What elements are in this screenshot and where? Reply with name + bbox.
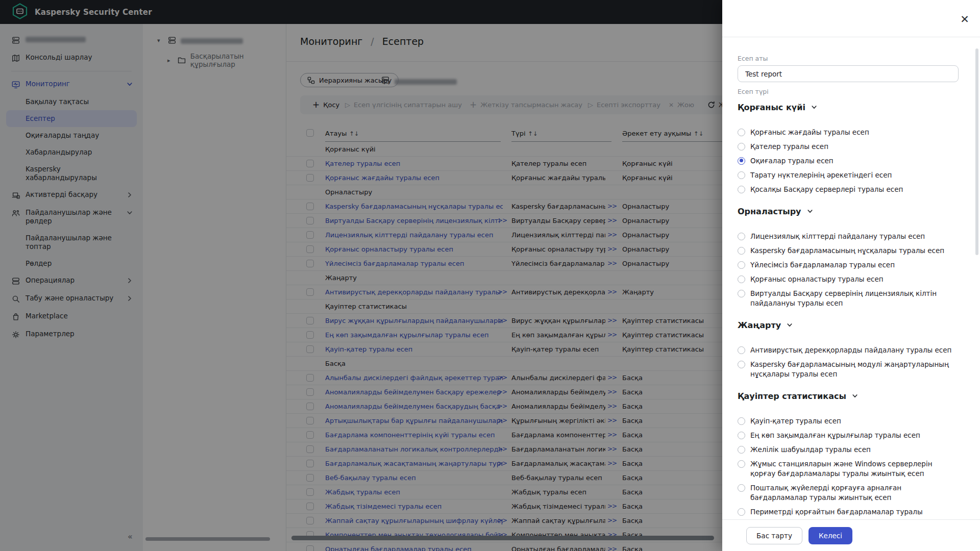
new-report-drawer: ✕ Есеп аты Есеп түрі Қорғаныс күйіҚорған… — [722, 0, 980, 551]
close-icon[interactable]: ✕ — [959, 13, 971, 26]
report-type-options: Қорғаныс жағдайы туралы есепҚателер тура… — [738, 125, 959, 196]
report-name-input[interactable] — [738, 65, 959, 82]
section-title: Қорғаныс күйі — [738, 103, 805, 112]
report-type-section-header[interactable]: Қауіптер статистикасы — [738, 390, 959, 402]
report-type-option[interactable]: Периметрді қорғайтын бағдарламалар турал… — [738, 505, 959, 519]
chevron-down-icon — [852, 393, 858, 399]
report-type-option[interactable]: Виртуалды Басқару серверінің лицензиялық… — [738, 286, 959, 310]
kaspersky-security-center-app: Kaspersky Security Center Консольді шарл… — [0, 0, 980, 551]
report-type-options: Антивирустық дерекқорларды пайдалану тур… — [738, 343, 959, 381]
option-label: Лицензиялық кілттерді пайдалану туралы е… — [750, 232, 925, 241]
option-label: Виртуалды Басқару серверінің лицензиялық… — [750, 289, 959, 308]
report-type-section-header[interactable]: Орналастыру — [738, 206, 959, 217]
section-title: Орналастыру — [738, 207, 801, 216]
radio-unselected[interactable] — [738, 361, 745, 368]
report-name-label: Есеп аты — [738, 55, 959, 62]
report-type-option[interactable]: Қосалқы Басқару серверлері туралы есеп — [738, 182, 959, 196]
report-type-option[interactable]: Қорғаныс орналастыру туралы есеп — [738, 272, 959, 286]
report-type-option[interactable]: Лицензиялық кілттерді пайдалану туралы е… — [738, 229, 959, 243]
option-label: Оқиғалар туралы есеп — [750, 156, 834, 166]
option-label: Қорғаныс орналастыру туралы есеп — [750, 274, 884, 284]
modal-dim-overlay — [0, 0, 722, 551]
radio-unselected[interactable] — [738, 417, 745, 425]
option-label: Kaspersky бағдарламасының нұсқалары тура… — [750, 246, 944, 256]
option-label: Пошталық жүйелерді қорғауға арналған бағ… — [750, 483, 959, 503]
radio-unselected[interactable] — [738, 261, 745, 269]
drawer-vertical-scrollbar[interactable] — [975, 48, 978, 255]
report-type-option[interactable]: Пошталық жүйелерді қорғауға арналған бағ… — [738, 481, 959, 505]
chevron-down-icon — [787, 322, 793, 328]
report-type-option[interactable]: Жұмыс станцияларын және Windows серверле… — [738, 457, 959, 481]
report-type-option[interactable]: Антивирустық дерекқорларды пайдалану тур… — [738, 343, 959, 357]
radio-unselected[interactable] — [738, 460, 745, 468]
radio-selected[interactable] — [738, 157, 745, 165]
radio-unselected[interactable] — [738, 143, 745, 151]
option-label: Антивирустық дерекқорларды пайдалану тур… — [750, 345, 951, 355]
option-label: Тарату нүктелерінің әрекетіндегі есеп — [750, 170, 892, 180]
report-type-option[interactable]: Үйлесімсіз бағдарламалар туралы есеп — [738, 258, 959, 272]
cancel-button[interactable]: Бас тарту — [746, 527, 802, 544]
radio-unselected[interactable] — [738, 432, 745, 439]
radio-unselected[interactable] — [738, 346, 745, 354]
option-label: Желілік шабуылдар туралы есеп — [750, 445, 871, 455]
report-type-option[interactable]: Kaspersky бағдарламасының модулі жаңарту… — [738, 357, 959, 381]
report-type-option[interactable]: Қорғаныс жағдайы туралы есеп — [738, 125, 959, 139]
report-type-section-header[interactable]: Қорғаныс күйі — [738, 102, 959, 113]
radio-unselected[interactable] — [738, 290, 745, 297]
section-title: Жаңарту — [738, 320, 781, 330]
option-label: Периметрді қорғайтын бағдарламалар турал… — [750, 507, 959, 520]
radio-unselected[interactable] — [738, 276, 745, 283]
report-type-option[interactable]: Қателер туралы есеп — [738, 139, 959, 154]
report-type-option[interactable]: Kaspersky бағдарламасының нұсқалары тура… — [738, 243, 959, 258]
drawer-footer: Бас тарту Келесі — [722, 519, 980, 551]
option-label: Қорғаныс жағдайы туралы есеп — [750, 128, 869, 137]
option-label: Қателер туралы есеп — [750, 142, 828, 152]
option-label: Жұмыс станцияларын және Windows серверле… — [750, 459, 959, 479]
report-type-options: Лицензиялық кілттерді пайдалану туралы е… — [738, 229, 959, 310]
option-label: Қауіп-қатер туралы есеп — [750, 416, 841, 426]
radio-unselected[interactable] — [738, 484, 745, 492]
radio-unselected[interactable] — [738, 508, 745, 516]
report-type-option[interactable]: Оқиғалар туралы есеп — [738, 154, 959, 168]
next-button[interactable]: Келесі — [808, 527, 852, 544]
report-type-option[interactable]: Қауіп-қатер туралы есеп — [738, 414, 959, 428]
radio-unselected[interactable] — [738, 233, 745, 240]
chevron-down-icon — [811, 104, 817, 110]
report-type-option[interactable]: Тарату нүктелерінің әрекетіндегі есеп — [738, 168, 959, 182]
report-type-section-header[interactable]: Жаңарту — [738, 319, 959, 331]
radio-unselected[interactable] — [738, 247, 745, 255]
report-type-option[interactable]: Ең көп зақымдалған құрылғылар туралы есе… — [738, 428, 959, 442]
option-label: Kaspersky бағдарламасының модулі жаңарту… — [750, 360, 959, 379]
option-label: Үйлесімсіз бағдарламалар туралы есеп — [750, 260, 895, 270]
report-type-options: Қауіп-қатер туралы есепЕң көп зақымдалға… — [738, 414, 959, 519]
report-type-label: Есеп түрі — [738, 88, 959, 95]
option-label: Ең көп зақымдалған құрылғылар туралы есе… — [750, 431, 920, 440]
chevron-down-icon — [807, 208, 813, 214]
radio-unselected[interactable] — [738, 171, 745, 179]
radio-unselected[interactable] — [738, 446, 745, 454]
radio-unselected[interactable] — [738, 129, 745, 136]
option-label: Қосалқы Басқару серверлері туралы есеп — [750, 185, 903, 194]
drawer-form: Есеп аты Есеп түрі Қорғаныс күйіҚорғаныс… — [722, 37, 980, 519]
radio-unselected[interactable] — [738, 186, 745, 193]
section-title: Қауіптер статистикасы — [738, 391, 846, 401]
report-type-option[interactable]: Желілік шабуылдар туралы есеп — [738, 442, 959, 457]
